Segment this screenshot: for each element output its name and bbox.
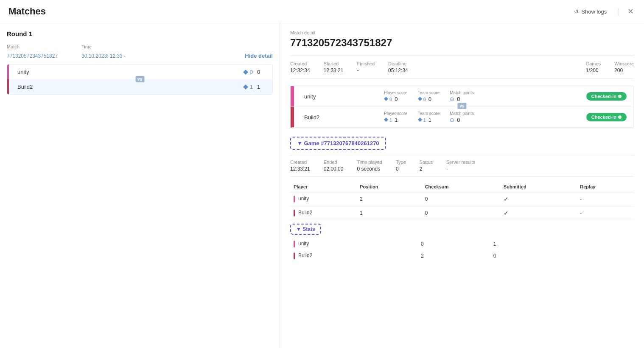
team-detail-name-unity: unity: [299, 93, 384, 100]
vs-badge: vs: [135, 76, 144, 82]
meta-games-val: 1/200: [586, 67, 599, 73]
svg-marker-4: [384, 118, 388, 122]
meta-finished: Finished -: [357, 61, 375, 73]
meta-winscore-val: 200: [614, 67, 623, 73]
match-detail-row: 771320572343751827 30.10.2023: 12:33 - H…: [0, 51, 280, 61]
stats-unity-col1: 0: [417, 238, 468, 250]
build2-ts-label: Team score: [418, 111, 440, 116]
col-time-header: Time: [81, 44, 149, 49]
game-meta-created: Created 12:33:21: [290, 160, 310, 172]
col-position: Position: [356, 182, 422, 192]
game-toggle-button[interactable]: ▼ Game #771320767840261270: [290, 137, 386, 150]
game-section: ▼ Game #771320767840261270 Created 12:33…: [290, 137, 634, 262]
unity-team-score: Team score 0 0: [418, 90, 440, 102]
build2-checked-in-badge: Checked-in: [586, 113, 627, 121]
stats-toggle-button[interactable]: ▼ Stats: [290, 224, 321, 235]
svg-marker-1: [243, 84, 248, 90]
table-row: unity 2 0 ✓ -: [290, 192, 634, 206]
logs-icon: ↺: [574, 8, 579, 15]
stats-build2-col2: 0: [468, 250, 634, 262]
build2-mp-num: 0: [457, 117, 460, 123]
build2-player-score: Player score 1 1: [384, 111, 408, 123]
score-section-build2: 1 1: [243, 84, 266, 90]
left-panel: Round 1 Match Time 771320572343751827 30…: [0, 23, 280, 348]
hide-detail-button[interactable]: Hide detail: [245, 53, 273, 59]
unity-indicator: [292, 86, 294, 107]
stats-toggle-label: ▼ Stats: [296, 226, 315, 232]
build2-team-score: Team score 1 1: [418, 111, 440, 123]
unity-ps-num: 0: [395, 96, 398, 102]
game-meta-status: Status 2: [420, 160, 433, 172]
build2-ps-num: 1: [395, 117, 398, 123]
main-layout: Round 1 Match Time 771320572343751827 30…: [0, 23, 644, 348]
build2-ps-diamond: 1: [384, 118, 392, 123]
score-section-unity: 0 0: [243, 69, 266, 75]
team-name-build2: Build2: [14, 84, 243, 90]
meta-finished-val: -: [357, 67, 358, 73]
round-label: Round 1: [0, 30, 280, 42]
score-num-unity: 0: [257, 69, 266, 75]
build2-ps-label: Player score: [384, 111, 408, 116]
team-detail-build2: Build2 Player score 1 1 Team score 1: [291, 107, 633, 128]
score-diamond-unity: 0: [243, 69, 253, 75]
game-created-label: Created: [290, 160, 310, 165]
header-right: ↺ Show logs | ✕: [571, 5, 636, 18]
col-checksum: Checksum: [422, 182, 500, 192]
show-logs-button[interactable]: ↺ Show logs: [571, 7, 610, 17]
unity-check-mark: ✓: [504, 196, 509, 202]
col-submitted: Submitted: [500, 182, 577, 192]
diamond-icon-unity: [243, 70, 248, 75]
meta-games: Games 1/200: [586, 61, 601, 73]
game-time-played-val: 0 seconds: [357, 166, 380, 172]
game-ended-val: 02:00:00: [324, 166, 344, 172]
vs-badge-detail: vs: [457, 103, 466, 109]
meta-winscore-label: Winscore: [614, 61, 634, 66]
game-created-val: 12:33:21: [290, 166, 310, 172]
meta-created-val: 12:32:34: [290, 67, 310, 73]
table-row: Build2 1 0 ✓ -: [290, 206, 634, 220]
stats-unity-col2: 1: [468, 238, 634, 250]
unity-player-score-label: Player score: [384, 90, 408, 95]
svg-marker-0: [243, 70, 248, 75]
unity-checked-in-badge: Checked-in: [586, 92, 627, 101]
match-row-header: Match Time: [0, 42, 280, 51]
meta-started-val: 12:33:21: [324, 67, 344, 73]
stats-build2-col1: 2: [417, 250, 468, 262]
build2-ts-num: 1: [428, 117, 431, 123]
build2-submitted: ✓: [500, 206, 577, 220]
unity-ts-diamond: 0: [418, 97, 426, 102]
build2-replay: -: [577, 206, 634, 220]
team-name-unity: unity: [14, 69, 243, 75]
game-meta-server-results: Server results -: [446, 160, 475, 172]
unity-position: 2: [356, 192, 422, 206]
meta-games-label: Games: [586, 61, 601, 66]
build2-mp-label: Match points: [450, 111, 474, 116]
game-status-label: Status: [420, 160, 433, 165]
score-num-build2: 1: [257, 84, 266, 90]
build2-check-mark: ✓: [504, 210, 509, 216]
col-player: Player: [290, 182, 356, 192]
page-header: Matches ↺ Show logs | ✕: [0, 0, 644, 23]
meta-created-label: Created: [290, 61, 310, 66]
stats-table: unity 0 1 Build2 2 0: [290, 238, 634, 262]
meta-deadline-val: 05:12:34: [388, 67, 408, 73]
player-build2-cell: Build2: [290, 206, 356, 220]
meta-finished-label: Finished: [357, 61, 375, 66]
stats-indicator-build2: [294, 253, 295, 259]
unity-match-points: Match points ⊙ 0: [450, 90, 474, 102]
build2-ts-diamond: 1: [418, 118, 426, 123]
game-meta-ended: Ended 02:00:00: [324, 160, 344, 172]
match-detail-label: Match detail: [290, 30, 634, 35]
unity-checksum: 0: [422, 192, 500, 206]
match-detail-id: 771320572343751827: [290, 37, 634, 49]
meta-started: Started 12:33:21: [324, 61, 344, 73]
unity-mp-label: Match points: [450, 90, 474, 95]
col-match-header: Match: [7, 44, 75, 49]
close-button[interactable]: ✕: [626, 5, 636, 18]
game-meta-row: Created 12:33:21 Ended 02:00:00 Time pla…: [290, 155, 634, 177]
detail-meta-row: Created 12:32:34 Started 12:33:21 Finish…: [290, 56, 634, 79]
meta-deadline: Deadline 05:12:34: [388, 61, 408, 73]
svg-marker-5: [418, 118, 422, 122]
game-type-label: Type: [396, 160, 406, 165]
checked-in-dot-unity: [618, 95, 622, 98]
